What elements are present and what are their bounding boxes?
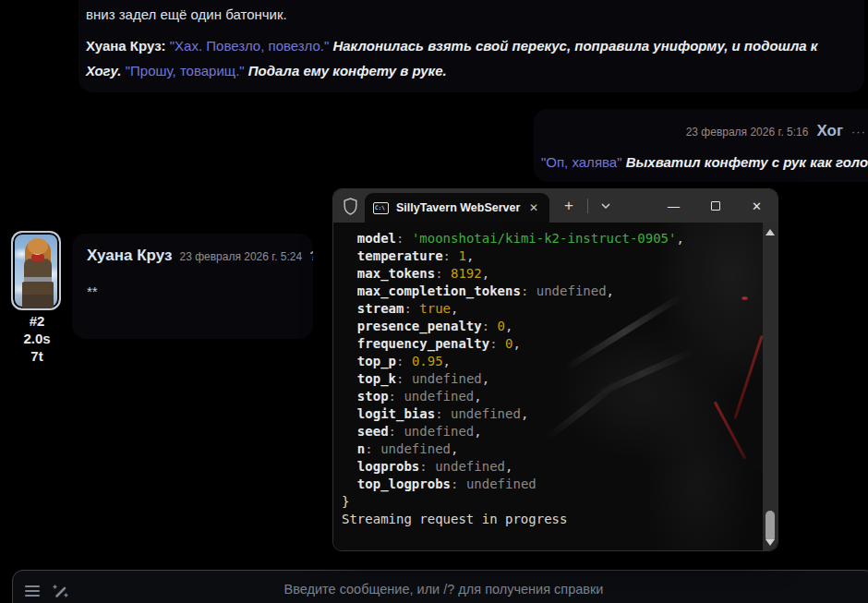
close-icon: ✕	[752, 199, 762, 213]
action-text: Подала ему конфету в руке.	[248, 63, 447, 78]
chevron-down-icon[interactable]	[600, 202, 611, 210]
message-bubble-hog: 23 февраля 2026 г. 5:16 Хог ··· "Оп, хал…	[534, 109, 868, 182]
console-line: stream: true,	[342, 300, 684, 318]
cmd-icon: C:\	[373, 202, 389, 214]
console-line: top_logprobs: undefined	[342, 476, 684, 493]
window-minimize-button[interactable]: —	[653, 189, 694, 223]
character-name: Хуана Круз	[87, 247, 172, 265]
console-line: presence_penalty: 0,	[342, 318, 684, 335]
console-output: model: 'moonshotai/kimi-k2-instruct-0905…	[342, 230, 684, 528]
sillytavern-app: { "colors": { "quote": "#7277d8", "char_…	[0, 0, 868, 603]
window-close-button[interactable]: ✕	[736, 189, 778, 223]
scroll-down-arrow-icon[interactable]	[766, 539, 775, 546]
console-line: max_tokens: 8192,	[342, 265, 684, 283]
message-menu-icon[interactable]: ···	[851, 125, 866, 139]
message-header: 23 февраля 2026 г. 5:16 Хог ···	[541, 118, 866, 140]
minimize-icon: —	[668, 199, 680, 213]
console-line: logit_bias: undefined,	[342, 405, 684, 423]
terminal-window: C:\ SillyTavern WebServer ✕ + — ✕ model	[332, 188, 778, 551]
console-line: top_p: 0.95,	[342, 353, 684, 370]
art-red-eye	[741, 296, 748, 300]
quote-text: "Хах. Повезло, повезло."	[170, 38, 330, 54]
message-line: вниз задел ещё один батончик.	[86, 2, 851, 27]
console-line: }	[342, 493, 684, 511]
console-line: model: 'moonshotai/kimi-k2-instruct-0905…	[342, 230, 684, 247]
message-bubble-juana-previous: вниз задел ещё один батончик. Хуана Круз…	[78, 0, 864, 92]
avatar-art	[31, 254, 44, 261]
action-text: Выхватил конфету с рук как голодн	[626, 154, 868, 170]
message-timestamp: 23 февраля 2026 г. 5:24	[179, 250, 302, 263]
character-name: Хог	[816, 122, 843, 140]
character-avatar[interactable]	[11, 231, 61, 310]
console-line: logprobs: undefined,	[342, 458, 684, 476]
message-meta: #2 2.0s 7t	[9, 312, 65, 365]
console-line: seed: undefined,	[342, 423, 684, 440]
message-body: **	[87, 279, 313, 304]
console-line: max_completion_tokens: undefined,	[342, 283, 684, 300]
message-input[interactable]: Введите сообщение, или /? для получения …	[13, 571, 868, 603]
scroll-up-arrow-icon[interactable]	[766, 229, 775, 235]
console-line: temperature: 1,	[342, 247, 684, 265]
prompt-help-icon[interactable]: ?	[309, 247, 313, 263]
titlebar-divider	[587, 199, 588, 213]
speaker-label: Хуана Круз:	[86, 38, 166, 54]
message-composer[interactable]: Введите сообщение, или /? для получения …	[12, 570, 868, 603]
art-ribbon	[733, 335, 763, 419]
terminal-content[interactable]: model: 'moonshotai/kimi-k2-instruct-0905…	[333, 223, 778, 550]
avatar-art	[24, 259, 52, 279]
avatar-art	[28, 238, 48, 254]
console-line: Streaming request in progress	[342, 511, 684, 528]
avatar-art	[22, 282, 54, 310]
maximize-icon	[711, 201, 720, 211]
console-line: stop: undefined,	[342, 388, 684, 405]
message-header: Хуана Круз 23 февраля 2026 г. 5:24 ? cu	[87, 247, 313, 265]
terminal-titlebar[interactable]: C:\ SillyTavern WebServer ✕ + — ✕	[333, 189, 778, 223]
message-bubble-juana: Хуана Круз 23 февраля 2026 г. 5:24 ? cu …	[72, 234, 313, 339]
token-count: 7t	[9, 347, 65, 365]
console-line: frequency_penalty: 0,	[342, 335, 684, 353]
scrollbar-thumb[interactable]	[766, 511, 775, 542]
tab-close-icon[interactable]: ✕	[526, 201, 541, 214]
message-paragraph: Хуана Круз: "Хах. Повезло, повезло." Нак…	[86, 33, 851, 83]
admin-shield-icon	[343, 198, 358, 215]
message-body: "Оп, халява" Выхватил конфету с рук как …	[541, 150, 866, 175]
quote-text: "Оп, халява"	[541, 154, 621, 170]
quote-text: "Прошу, товарищ."	[126, 63, 245, 78]
window-maximize-button[interactable]	[694, 189, 736, 223]
swipe-number: #2	[9, 312, 65, 330]
new-tab-button[interactable]: +	[564, 197, 573, 215]
message-timestamp: 23 февраля 2026 г. 5:16	[686, 126, 809, 139]
terminal-tab-title: SillyTavern WebServer	[396, 201, 526, 214]
console-line: n: undefined,	[342, 440, 684, 458]
terminal-scrollbar[interactable]	[763, 223, 778, 550]
console-line: top_k: undefined,	[342, 370, 684, 388]
generation-time: 2.0s	[9, 330, 65, 347]
art-ribbon	[714, 401, 747, 459]
terminal-tab[interactable]: C:\ SillyTavern WebServer ✕	[365, 193, 549, 223]
